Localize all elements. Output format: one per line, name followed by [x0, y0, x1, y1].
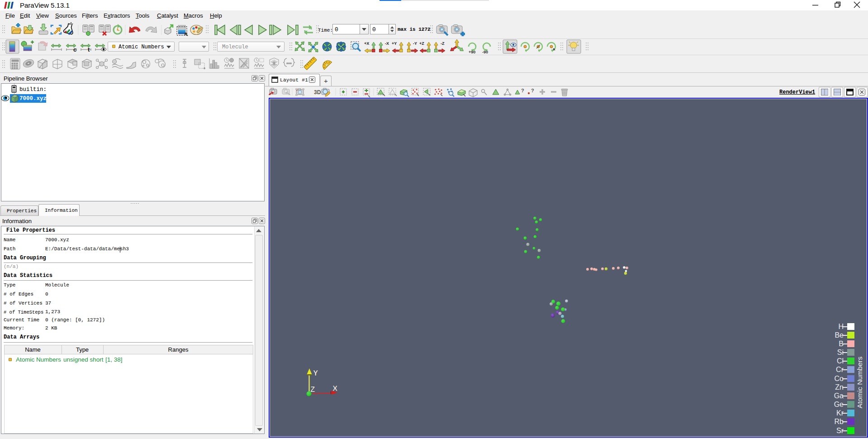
- svg-text:Z: Z: [310, 385, 315, 394]
- svg-text:+Z: +Z: [419, 41, 424, 46]
- svg-text:Y: Y: [313, 369, 318, 377]
- svg-text:+X: +X: [364, 41, 369, 46]
- svg-text:?: ?: [531, 88, 534, 93]
- svg-text:-Z: -Z: [441, 41, 445, 46]
- svg-text:+Y: +Y: [392, 41, 397, 46]
- svg-text:+90: +90: [469, 50, 475, 54]
- svg-text:-90: -90: [482, 50, 488, 54]
- svg-text:X: X: [332, 384, 338, 393]
- svg-text:-Y: -Y: [413, 41, 417, 46]
- svg-text:?: ?: [521, 88, 524, 93]
- svg-text:Time:: Time:: [318, 28, 333, 33]
- svg-text:c: c: [73, 46, 76, 53]
- svg-text:Atomic Numbers: Atomic Numbers: [856, 356, 863, 408]
- svg-text:-X: -X: [385, 41, 389, 46]
- svg-text:t: t: [88, 46, 90, 53]
- svg-text:3D: 3D: [314, 89, 321, 95]
- svg-text:7000.xyz: 7000.xyz: [19, 95, 47, 102]
- svg-text:builtin:: builtin:: [19, 86, 47, 93]
